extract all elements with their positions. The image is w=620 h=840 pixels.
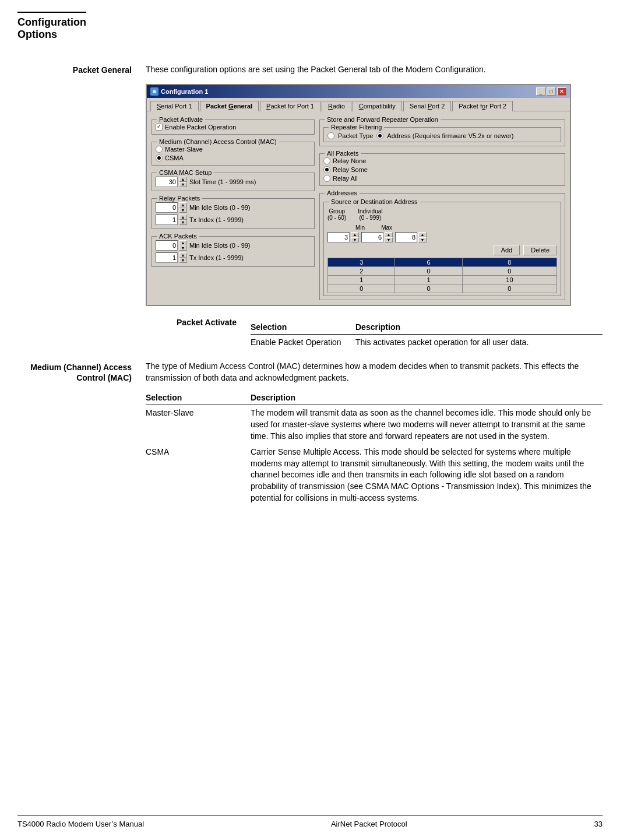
addr-spinboxes-row: ▲ ▼ ▲ ▼ bbox=[327, 232, 557, 242]
master-slave-row: Master-Slave bbox=[156, 146, 311, 153]
packet-activate-description: Packet Activate Selection Description bbox=[146, 318, 603, 351]
tab-radio[interactable]: Radio bbox=[322, 101, 351, 111]
ack-min-idle-row: ▲ ▼ Min Idle Slots (0 - 99) bbox=[156, 240, 311, 251]
all-packets-group: All Packets Relay None Relay Some bbox=[319, 153, 565, 186]
max-down[interactable]: ▼ bbox=[418, 237, 427, 242]
table-row-2[interactable]: 2 0 0 bbox=[328, 266, 557, 275]
slot-time-label: Slot Time (1 - 9999 ms) bbox=[189, 178, 256, 185]
slot-time-up[interactable]: ▲ bbox=[179, 177, 187, 182]
relay-all-radio[interactable] bbox=[323, 175, 330, 182]
ack-tx-index-up[interactable]: ▲ bbox=[179, 252, 187, 258]
max-arrows: ▲ ▼ bbox=[418, 232, 427, 242]
close-button[interactable]: ✕ bbox=[557, 87, 566, 96]
pa-desc-table: Selection Description Enable Packet Oper… bbox=[251, 321, 603, 351]
packet-activate-title: Packet Activate bbox=[157, 116, 205, 123]
dialog-body: Packet Activate Enable Packet Operation … bbox=[147, 111, 570, 305]
dialog-right-column: Store and Forward Repeater Operation Rep… bbox=[319, 116, 565, 300]
relay-min-idle-up[interactable]: ▲ bbox=[179, 202, 187, 208]
row3-min: 1 bbox=[395, 275, 462, 284]
ack-packets-title: ACK Packets bbox=[157, 233, 199, 240]
mac-table-row-2: CSMA Carrier Sense Multiple Access. This… bbox=[146, 444, 603, 506]
table-row-1[interactable]: 3 6 8 bbox=[328, 258, 557, 266]
relay-tx-index-up[interactable]: ▲ bbox=[179, 215, 187, 220]
pa-col1-header: Selection bbox=[251, 321, 355, 335]
max-input[interactable] bbox=[395, 232, 417, 242]
dialog-icon: ■ bbox=[150, 87, 158, 96]
tab-serial-port-2[interactable]: Serial Port 2 bbox=[403, 101, 452, 111]
master-slave-radio[interactable] bbox=[156, 146, 163, 153]
relay-some-radio[interactable] bbox=[323, 166, 330, 173]
pa-table-row-1: Enable Packet Operation This activates p… bbox=[251, 334, 603, 350]
dialog-titlebar: ■ Configuration 1 _ □ ✕ bbox=[147, 85, 570, 98]
group-down[interactable]: ▼ bbox=[351, 237, 359, 242]
mac-col2-header: Description bbox=[251, 392, 603, 405]
ack-min-idle-down[interactable]: ▼ bbox=[179, 245, 187, 251]
packet-type-radio[interactable] bbox=[327, 132, 334, 139]
ack-tx-index-input[interactable] bbox=[156, 252, 178, 263]
min-label: Min bbox=[355, 224, 365, 231]
address-table: 3 6 8 2 0 0 bbox=[327, 256, 557, 293]
page-title: Configuration Options bbox=[17, 12, 86, 41]
pa-section-row: Packet Activate Selection Description bbox=[146, 318, 603, 351]
max-up[interactable]: ▲ bbox=[418, 232, 427, 237]
pa-col2-header: Description bbox=[355, 321, 603, 335]
ack-tx-index-label: Tx Index (1 - 9999) bbox=[189, 254, 244, 261]
ind-spinbox: ▲ ▼ bbox=[361, 232, 393, 242]
csma-radio[interactable] bbox=[156, 154, 163, 161]
row1-min: 6 bbox=[395, 258, 462, 266]
pa-row1-desc: This activates packet operation for all … bbox=[355, 334, 603, 350]
add-button[interactable]: Add bbox=[494, 245, 520, 255]
tab-packet-port-2[interactable]: Packet for Port 2 bbox=[452, 101, 513, 111]
relay-tx-index-down[interactable]: ▼ bbox=[179, 220, 187, 225]
enable-packet-checkbox[interactable] bbox=[156, 124, 163, 131]
minimize-button[interactable]: _ bbox=[536, 87, 545, 96]
table-row-3[interactable]: 1 1 10 bbox=[328, 275, 557, 284]
dialog-title: Configuration 1 bbox=[161, 88, 208, 95]
packet-general-content: These configuration options are set usin… bbox=[146, 64, 603, 350]
relay-min-idle-down[interactable]: ▼ bbox=[179, 208, 187, 213]
tab-packet-port-1[interactable]: Packet for Port 1 bbox=[260, 101, 320, 111]
ind-up[interactable]: ▲ bbox=[385, 232, 393, 237]
store-fwd-title: Store and Forward Repeater Operation bbox=[325, 116, 441, 123]
ack-min-idle-up[interactable]: ▲ bbox=[179, 240, 187, 245]
slot-time-row: ▲ ▼ Slot Time (1 - 9999 ms) bbox=[156, 177, 311, 187]
ack-tx-index-spinbox: ▲ ▼ bbox=[156, 252, 187, 263]
tab-compatibility[interactable]: Compatibility bbox=[353, 101, 402, 111]
group-up[interactable]: ▲ bbox=[351, 232, 359, 237]
address-radio[interactable] bbox=[376, 132, 383, 139]
all-packets-title: All Packets bbox=[325, 150, 361, 157]
mac-title: Medium (Channel) Access Control (MAC) bbox=[157, 138, 279, 145]
relay-none-radio[interactable] bbox=[323, 157, 330, 164]
slot-time-input[interactable] bbox=[156, 177, 178, 187]
delete-button[interactable]: Delete bbox=[523, 245, 557, 255]
relay-min-idle-arrows: ▲ ▼ bbox=[179, 202, 187, 213]
ind-arrows: ▲ ▼ bbox=[385, 232, 393, 242]
individual-label: Individual bbox=[358, 208, 382, 215]
tab-serial-port-1[interactable]: Serial Port 1 bbox=[150, 101, 199, 111]
max-label: Max bbox=[381, 224, 392, 231]
titlebar-left: ■ Configuration 1 bbox=[150, 87, 208, 96]
row2-group: 2 bbox=[328, 266, 395, 275]
config-dialog: ■ Configuration 1 _ □ ✕ Serial Port 1 Pa… bbox=[146, 84, 603, 306]
table-row-4[interactable]: 0 0 0 bbox=[328, 284, 557, 293]
slot-time-down[interactable]: ▼ bbox=[179, 182, 187, 187]
ind-down[interactable]: ▼ bbox=[385, 237, 393, 242]
row2-max: 0 bbox=[462, 266, 556, 275]
master-slave-label: Master-Slave bbox=[165, 146, 203, 153]
packet-general-label: Packet General bbox=[17, 64, 146, 350]
maximize-button[interactable]: □ bbox=[547, 87, 556, 96]
packet-general-intro: These configuration options are set usin… bbox=[146, 64, 603, 76]
relay-packets-group: Relay Packets ▲ ▼ Mi bbox=[152, 198, 315, 229]
ack-min-idle-input[interactable] bbox=[156, 240, 178, 251]
group-input[interactable] bbox=[327, 232, 350, 242]
relay-some-label: Relay Some bbox=[333, 166, 368, 173]
row3-max: 10 bbox=[462, 275, 556, 284]
tab-packet-general[interactable]: Packet General bbox=[200, 101, 259, 111]
ind-input[interactable] bbox=[361, 232, 383, 242]
relay-tx-index-input[interactable] bbox=[156, 215, 178, 225]
relay-tx-index-spinbox: ▲ ▼ bbox=[156, 215, 187, 225]
ack-tx-index-down[interactable]: ▼ bbox=[179, 258, 187, 263]
relay-min-idle-input[interactable] bbox=[156, 202, 178, 213]
relay-min-idle-spinbox: ▲ ▼ bbox=[156, 202, 187, 213]
medium-access-intro: The type of Medium Access Control (MAC) … bbox=[146, 361, 603, 384]
